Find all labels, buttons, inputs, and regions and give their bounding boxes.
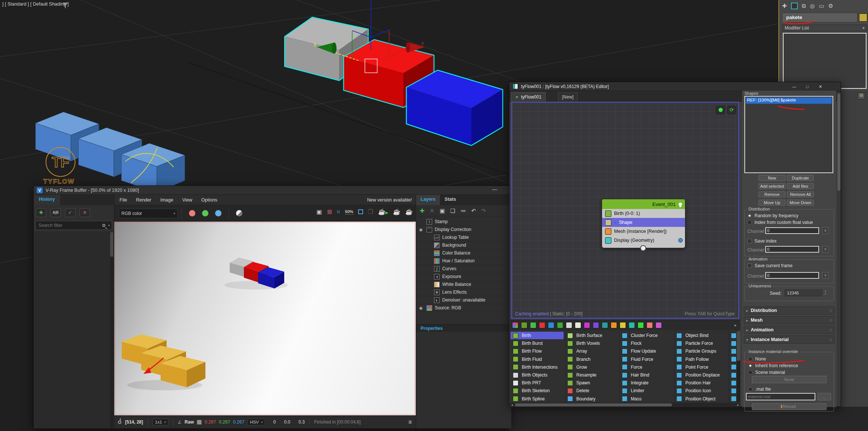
save-layers-icon[interactable]: ▣	[440, 207, 445, 214]
hsv-dropdown[interactable]: HSV▾	[247, 419, 265, 425]
operator-item[interactable]: Position Object	[674, 395, 727, 403]
operator-item[interactable]: Position Displace	[674, 371, 727, 379]
vfb-menu-item-view[interactable]: View	[182, 197, 192, 203]
panel-icon[interactable]: ▤	[858, 93, 865, 99]
duplicate-button[interactable]: Duplicate	[787, 175, 814, 181]
layer-row[interactable]: Hue / Saturation	[416, 257, 511, 265]
operator-item[interactable]: Array	[565, 347, 618, 355]
vfb-menu-item-file[interactable]: File	[120, 197, 127, 203]
layer-list-icon[interactable]: ≔	[461, 207, 466, 214]
operator-item[interactable]: Mass	[620, 395, 673, 403]
modifier-list-dropdown[interactable]: Modifier List▾	[782, 25, 867, 31]
utilities-tab-icon[interactable]: ⚙	[828, 3, 833, 9]
history-scrollbar[interactable]	[110, 232, 113, 428]
close-button[interactable]: ✕	[814, 82, 827, 91]
filter-category-icon[interactable]	[593, 322, 599, 328]
channel-input[interactable]	[765, 227, 819, 234]
operator-item[interactable]: Particle Groups	[674, 347, 727, 355]
add-selected-button[interactable]: Add selected	[759, 183, 785, 189]
filter-category-icon[interactable]	[655, 322, 662, 328]
history-tab[interactable]: History	[34, 195, 60, 205]
save-current-frame-checkbox[interactable]: Save current frame	[747, 263, 793, 268]
filter-category-icon[interactable]	[530, 322, 536, 328]
stats-tab[interactable]: Stats	[440, 195, 461, 205]
display-toggle-dot[interactable]	[678, 238, 683, 243]
operator-item-partial[interactable]	[731, 356, 737, 363]
operator-item[interactable]: Branch	[565, 356, 618, 363]
color-picker-icon[interactable]	[118, 421, 121, 424]
vfb-menu-item-options[interactable]: Options	[201, 197, 217, 203]
minimize-button[interactable]: —	[788, 82, 801, 91]
vfb-rendered-image[interactable]	[114, 222, 416, 415]
seed-spinner[interactable]: 12345	[785, 290, 822, 296]
operator-item[interactable]: Birth Voxels	[565, 340, 618, 347]
event-node[interactable]: Event_001 Birth (0-0: 1)◀ShapeMesh (Inst…	[602, 199, 685, 248]
operator-item[interactable]: Flock	[620, 340, 673, 347]
operator-item-partial[interactable]	[731, 387, 737, 394]
operator-item[interactable]: Object Bind	[674, 332, 727, 339]
layer-row[interactable]: LUTLookup Table	[416, 234, 511, 241]
operator-item[interactable]: Path Follow	[674, 356, 727, 363]
filter-category-icon[interactable]	[620, 322, 626, 328]
rollout-mesh[interactable]: ▸Mesh∷	[744, 316, 835, 324]
blue-channel-icon[interactable]	[215, 210, 221, 216]
filter-category-icon[interactable]	[629, 322, 635, 328]
properties-header[interactable]: Properties	[416, 324, 511, 332]
new-button[interactable]: New	[759, 175, 785, 181]
viewport-filter-icon[interactable]	[63, 3, 68, 6]
operator-item[interactable]: Delete	[565, 387, 618, 394]
pixel-ratio-dropdown[interactable]: 1x1▾	[152, 419, 168, 425]
vfb-menu-item-image[interactable]: Image	[160, 197, 173, 203]
layer-row[interactable]: ◉⌒Display Correction	[416, 226, 511, 234]
operator-item-partial[interactable]	[731, 395, 737, 403]
zoom-level-button[interactable]: 50%	[345, 209, 353, 215]
rollout-instance-material[interactable]: ▾Instance Material∷	[744, 335, 835, 344]
operator-item-partial[interactable]	[731, 371, 737, 379]
shape-ref-list[interactable]: REF: [100%][Mtl] $pakete	[744, 96, 833, 173]
green-channel-icon[interactable]	[202, 210, 208, 216]
operator-item[interactable]: Birth Flow	[511, 347, 564, 355]
display-tab-icon[interactable]: ▭	[819, 3, 824, 9]
operator-item[interactable]: Limiter	[620, 387, 673, 394]
log-icon[interactable]: ≣	[408, 419, 412, 425]
curve-icon[interactable]: ∠	[178, 419, 182, 425]
eye-icon[interactable]: ◉	[416, 306, 426, 310]
object-color-swatch[interactable]	[859, 13, 867, 22]
motion-tab-icon[interactable]: ◎	[810, 3, 815, 9]
operator-item-partial[interactable]	[731, 332, 737, 339]
layer-row[interactable]: iStamp	[416, 218, 511, 226]
channel-v-button[interactable]: v	[822, 246, 829, 253]
rollout-distribution[interactable]: ▸Distribution∷	[744, 306, 835, 315]
layers-tab[interactable]: Layers	[416, 195, 440, 205]
history-set-a-button[interactable]: ✓	[65, 208, 75, 217]
remove-all-button[interactable]: Remove All	[787, 191, 814, 197]
filter-category-icon[interactable]	[575, 322, 581, 328]
event-operator-row[interactable]: ◀Shape	[602, 218, 685, 227]
event-output-connector[interactable]	[640, 245, 646, 251]
operator-vscrollbar[interactable]	[737, 331, 740, 402]
render-icon[interactable]: ☕	[405, 208, 413, 215]
event-operator-row[interactable]: Birth (0-0: 1)	[602, 209, 685, 218]
operator-item[interactable]: Birth	[511, 332, 564, 339]
operator-item-partial[interactable]	[731, 347, 737, 355]
operator-item[interactable]: Birth Burst	[511, 340, 564, 347]
vfb-minimize-button[interactable]: —	[492, 187, 497, 192]
search-input[interactable]	[38, 222, 102, 228]
history-save-button[interactable]: ✚	[36, 208, 46, 217]
save-image-icon[interactable]: ▣	[316, 208, 322, 215]
node-graph-view[interactable]: ⟳ Event_001 Birth (0-0: 1)◀ShapeMesh (In…	[511, 102, 739, 319]
history-compare-ab-button[interactable]: A|B	[50, 208, 61, 217]
operator-item[interactable]: Grow	[565, 363, 618, 371]
viewport-shading-label[interactable]: ] [ Standard ] [ Default Shading ]	[2, 1, 69, 7]
load-layers-icon[interactable]: ❏	[450, 207, 455, 214]
modifier-stack[interactable]	[783, 33, 867, 89]
operator-item[interactable]: Particle Force	[674, 340, 727, 347]
operator-item[interactable]: Flow Update	[620, 347, 673, 355]
vfb-titlebar[interactable]: V V-Ray Frame Buffer - [50.0% of 1920 x …	[34, 186, 511, 195]
channel-input[interactable]	[765, 272, 819, 279]
radio-inherit-reference[interactable]: Inherit from reference	[748, 363, 798, 368]
layer-row[interactable]: ◐Denoiser: unavailable	[416, 296, 511, 304]
layer-row[interactable]: ◑Exposure	[416, 273, 511, 281]
layer-row[interactable]: Background	[416, 241, 511, 249]
scroll-right-icon[interactable]: ▸	[736, 403, 740, 407]
